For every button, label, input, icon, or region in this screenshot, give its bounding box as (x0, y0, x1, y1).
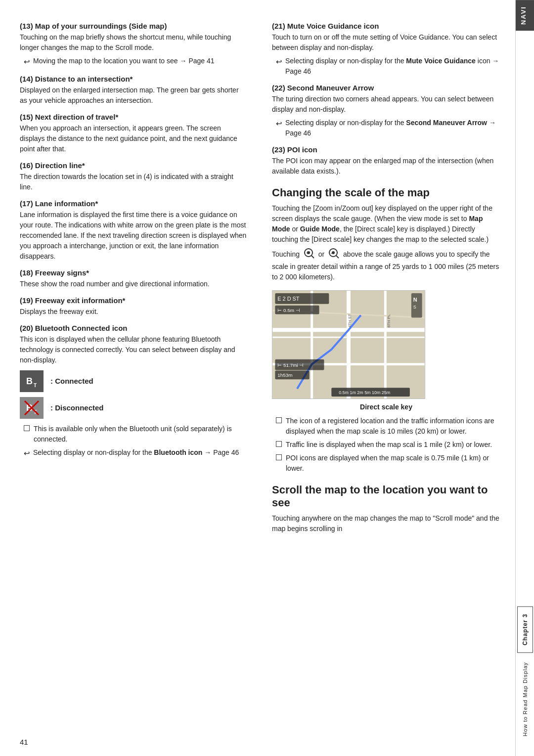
section-16-body: The direction towards the location set i… (20, 172, 247, 192)
svg-text:-: - (331, 250, 332, 256)
connected-icon-row: B T : Connected (20, 370, 247, 392)
scale-bullet-3-text: POI icons are displayed when the map sca… (286, 453, 500, 474)
section-13-body: Touching on the map briefly shows the sh… (20, 32, 247, 53)
map-caption: Direct scale key (272, 403, 500, 411)
arrow-icon-4: ↩ (276, 118, 282, 130)
svg-text:B: B (26, 376, 33, 386)
section-14: (14) Distance to an intersection* Displa… (20, 75, 247, 106)
changing-scale-body2: Touching + or (272, 248, 500, 282)
section-18-heading: (18) Freeway signs* (20, 268, 247, 277)
right-column: (21) Mute Voice Guidance icon Touch to t… (272, 15, 500, 741)
disconnected-label: : Disconnected (50, 403, 104, 412)
square-bullet-icon-4 (276, 454, 282, 460)
section-22-heading: (22) Second Maneuver Arrow (272, 84, 500, 92)
section-20: (20) Bluetooth Connected icon This icon … (20, 324, 247, 459)
section-20-bullet-2-text: Selecting display or non-display for the… (33, 447, 239, 458)
arrow-ref: → Page 41 (180, 57, 215, 65)
svg-text:1h53m: 1h53m (277, 372, 292, 378)
svg-text:⊢ 51.7mi ⊣: ⊢ 51.7mi ⊣ (277, 362, 304, 368)
section-23: (23) POI icon The POI icon may appear on… (272, 145, 500, 177)
section-21-bullet: ↩ Selecting display or non-display for t… (276, 56, 500, 77)
bluetooth-connected-icon: B T (20, 370, 44, 392)
svg-line-14 (336, 256, 339, 258)
section-15: (15) Next direction of travel* When you … (20, 113, 247, 154)
changing-scale-body1: Touching the [Zoom in/Zoom out] key disp… (272, 203, 500, 245)
square-bullet-icon-3 (276, 441, 282, 447)
svg-text:6TH PL: 6TH PL (387, 314, 391, 327)
bluetooth-disconnected-icon: B T (20, 397, 44, 419)
chapter-tab: Chapter 3 (517, 606, 533, 653)
section-23-body: The POI icon may appear on the enlarged … (272, 156, 500, 177)
section-13-heading: (13) Map of your surroundings (Side map) (20, 22, 247, 30)
section-22-body: The turing direction two corners ahead a… (272, 94, 500, 115)
arrow-icon: ↩ (24, 56, 30, 68)
arrow-icon-3: ↩ (276, 56, 282, 68)
scale-bullet-2-text: Traffic line is displayed when the map s… (286, 440, 492, 450)
side-tabs: NAVI Chapter 3 How to Read Map Display (515, 0, 534, 756)
section-18-body: These show the road number and give dire… (20, 279, 247, 289)
svg-text:+: + (306, 250, 309, 256)
section-22: (22) Second Maneuver Arrow The turing di… (272, 84, 500, 138)
left-column: (13) Map of your surroundings (Side map)… (20, 15, 257, 741)
section-20-bullet-2: ↩ Selecting display or non-display for t… (24, 447, 247, 459)
svg-text:4TH ST: 4TH ST (348, 314, 352, 327)
section-20-bullet-1-text: This is available only when the Bluetoot… (34, 424, 247, 445)
section-22-bullet-text: Selecting display or non-display for the… (285, 118, 500, 138)
section-13: (13) Map of your surroundings (Side map)… (20, 22, 247, 68)
section-13-bullet: ↩ Moving the map to the location you wan… (24, 56, 247, 68)
section-16-heading: (16) Direction line* (20, 161, 247, 170)
section-20-bullet-1: This is available only when the Bluetoot… (24, 424, 247, 445)
section-15-heading: (15) Next direction of travel* (20, 113, 247, 121)
changing-scale-section: Changing the scale of the map Touching t… (272, 186, 500, 474)
square-bullet-icon-2 (276, 417, 282, 423)
scale-bullet-3: POI icons are displayed when the map sca… (276, 453, 500, 474)
section-20-body: This icon is displayed when the cellular… (20, 334, 247, 365)
section-21-body: Touch to turn on or off the mute setting… (272, 32, 500, 53)
svg-text:⊢ 0.5m ⊣: ⊢ 0.5m ⊣ (277, 308, 300, 313)
section-21: (21) Mute Voice Guidance icon Touch to t… (272, 22, 500, 77)
section-17: (17) Lane information* Lane information … (20, 199, 247, 262)
connected-label: : Connected (50, 377, 93, 385)
svg-text:T: T (34, 383, 37, 388)
section-14-body: Displayed on the enlarged intersection m… (20, 85, 247, 106)
scale-bullet-1: The icon of a registered location and th… (276, 416, 500, 437)
section-20-heading: (20) Bluetooth Connected icon (20, 324, 247, 332)
zoom-out-icon: - (328, 248, 339, 262)
or-text: or (318, 250, 324, 258)
page-number: 41 (20, 738, 28, 746)
scale-bullet-2: Traffic line is displayed when the map s… (276, 440, 500, 450)
map-image: E 2 D ST ⊢ 0.5m ⊣ ⊢ 51.7mi ⊣ 1h53m N (272, 290, 425, 399)
section-18: (18) Freeway signs* These show the road … (20, 268, 247, 289)
section-16: (16) Direction line* The direction towar… (20, 161, 247, 192)
scroll-section-body: Touching anywhere on the map changes the… (272, 513, 500, 534)
navi-tab: NAVI (516, 0, 534, 31)
scroll-section-heading: Scroll the map to the location you want … (272, 484, 500, 509)
svg-text:E 2 D ST: E 2 D ST (277, 296, 300, 302)
section-22-bullet: ↩ Selecting display or non-display for t… (276, 118, 500, 138)
section-19: (19) Freeway exit information* Displays … (20, 296, 247, 317)
section-21-heading: (21) Mute Voice Guidance icon (272, 22, 500, 30)
svg-text:0.5m  1m  2m  5m 10m 25m: 0.5m 1m 2m 5m 10m 25m (339, 390, 390, 395)
svg-text:N: N (413, 297, 417, 303)
section-15-body: When you approach an intersection, it ap… (20, 123, 247, 154)
section-14-heading: (14) Distance to an intersection* (20, 75, 247, 83)
section-19-body: Displays the freeway exit. (20, 307, 247, 317)
how-to-tab: How to Read Map Display (518, 657, 532, 741)
changing-scale-heading: Changing the scale of the map (272, 186, 500, 199)
svg-line-10 (312, 256, 314, 258)
square-bullet-icon (24, 425, 30, 431)
scale-bullet-1-text: The icon of a registered location and th… (286, 416, 500, 437)
section-13-bullet-text: Moving the map to the location you want … (33, 56, 215, 66)
arrow-icon-2: ↩ (24, 448, 30, 459)
scroll-section: Scroll the map to the location you want … (272, 484, 500, 534)
page-container: (13) Map of your surroundings (Side map)… (0, 0, 534, 756)
section-17-body: Lane information is displayed the first … (20, 210, 247, 262)
disconnected-icon-row: B T : Disconnected (20, 397, 247, 419)
section-17-heading: (17) Lane information* (20, 199, 247, 208)
svg-text:S: S (413, 305, 416, 310)
touching-text: Touching (272, 250, 300, 258)
main-content: (13) Map of your surroundings (Side map)… (0, 0, 515, 756)
zoom-in-icon: + (304, 248, 314, 262)
section-23-heading: (23) POI icon (272, 145, 500, 154)
section-19-heading: (19) Freeway exit information* (20, 296, 247, 305)
